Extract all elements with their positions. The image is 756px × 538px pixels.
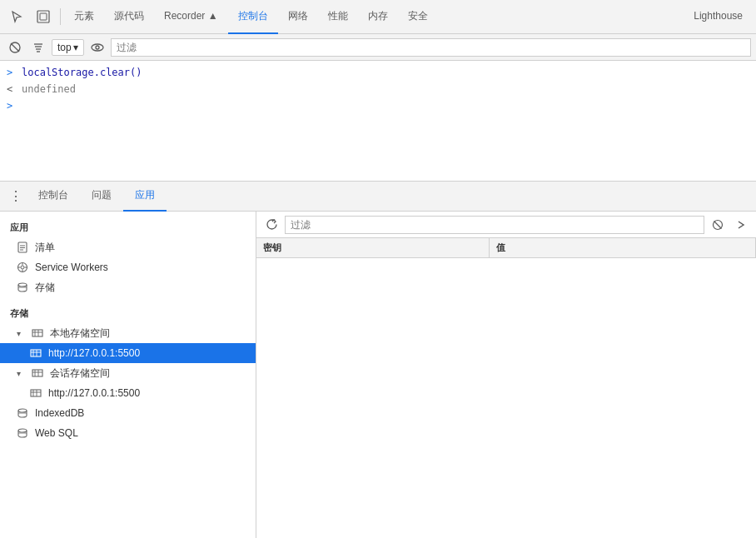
clear-right-button[interactable] xyxy=(708,215,728,235)
svg-line-3 xyxy=(11,43,19,52)
sidebar-item-service-workers[interactable]: Service Workers xyxy=(0,257,256,277)
right-panel-toolbar xyxy=(256,212,756,238)
tab-network[interactable]: 网络 xyxy=(278,0,318,34)
more-options-icon[interactable]: ⋮ xyxy=(3,185,27,208)
console-input-text: localStorage.clear() xyxy=(22,65,142,80)
local-storage-url-label: http://127.0.0.1:5500 xyxy=(48,347,140,359)
tab-performance[interactable]: 性能 xyxy=(318,0,358,34)
more-right-icon[interactable] xyxy=(731,215,751,235)
context-arrow: ▾ xyxy=(73,42,78,53)
right-panel: 密钥 值 xyxy=(256,212,756,538)
cursor-prompt: > xyxy=(7,98,17,113)
tab-issues[interactable]: 问题 xyxy=(80,182,123,212)
filter-icon[interactable] xyxy=(28,37,48,57)
expand-arrow-session: ▾ xyxy=(17,369,27,378)
console-filter-input[interactable] xyxy=(111,38,751,57)
tab-memory[interactable]: 内存 xyxy=(358,0,398,34)
output-prompt: < xyxy=(7,82,17,97)
local-storage-label: 本地存储空间 xyxy=(50,326,110,341)
local-storage-url-icon xyxy=(30,349,43,357)
console-output: > localStorage.clear() < undefined > xyxy=(0,61,756,182)
storage-app-icon xyxy=(17,281,30,293)
sidebar-item-local-storage-url[interactable]: http://127.0.0.1:5500 xyxy=(0,343,256,363)
tab-source[interactable]: 源代码 xyxy=(104,0,154,34)
service-workers-icon xyxy=(17,262,30,273)
manifest-label: 清单 xyxy=(35,241,55,255)
session-storage-url-icon xyxy=(30,389,43,397)
input-prompt: > xyxy=(7,65,17,80)
tab-lighthouse[interactable]: Lighthouse xyxy=(684,0,753,34)
sidebar-item-websql[interactable]: Web SQL xyxy=(0,423,256,443)
right-filter-input[interactable] xyxy=(285,216,704,234)
console-input-line: > localStorage.clear() xyxy=(0,64,756,81)
svg-point-20 xyxy=(18,283,27,286)
tab-console-bottom[interactable]: 控制台 xyxy=(27,182,80,212)
clear-console-button[interactable] xyxy=(5,37,25,57)
console-output-text: undefined xyxy=(22,82,76,97)
storage-app-label: 存储 xyxy=(35,281,55,295)
websql-icon xyxy=(17,427,30,439)
svg-rect-22 xyxy=(32,330,42,336)
expand-arrow-local: ▾ xyxy=(17,329,27,338)
svg-rect-26 xyxy=(31,350,41,356)
bottom-panel: ⋮ 控制台 问题 应用 应用 清单 Service Workers xyxy=(0,182,756,538)
refresh-button[interactable] xyxy=(261,215,281,235)
context-select[interactable]: top ▾ xyxy=(52,39,84,56)
value-column-header: 值 xyxy=(490,238,756,257)
indexeddb-icon xyxy=(17,407,30,419)
app-section-label: 应用 xyxy=(0,218,256,237)
console-toolbar: top ▾ xyxy=(0,34,756,61)
sidebar-item-storage-app[interactable]: 存储 xyxy=(0,277,256,297)
svg-rect-30 xyxy=(32,370,42,376)
svg-point-8 xyxy=(92,44,103,51)
sidebar-item-session-storage-url[interactable]: http://127.0.0.1:5500 xyxy=(0,383,256,403)
sidebar-item-local-storage[interactable]: ▾ 本地存储空间 xyxy=(0,323,256,343)
tab-console[interactable]: 控制台 xyxy=(228,0,278,34)
svg-point-9 xyxy=(96,46,99,49)
manifest-icon xyxy=(17,242,30,253)
sidebar-item-session-storage[interactable]: ▾ 会话存储空间 xyxy=(0,363,256,383)
cursor-icon[interactable] xyxy=(3,3,30,30)
key-column-header: 密钥 xyxy=(256,238,490,257)
svg-rect-34 xyxy=(31,390,41,396)
svg-rect-0 xyxy=(37,11,49,22)
divider xyxy=(60,8,61,25)
tab-application[interactable]: 应用 xyxy=(123,182,167,212)
tab-elements[interactable]: 元素 xyxy=(64,0,104,34)
app-content: 应用 清单 Service Workers 存储 存储 xyxy=(0,212,756,538)
svg-point-38 xyxy=(18,409,27,412)
websql-label: Web SQL xyxy=(35,427,78,439)
left-sidebar: 应用 清单 Service Workers 存储 存储 xyxy=(0,212,256,538)
bottom-tab-bar: ⋮ 控制台 问题 应用 xyxy=(0,182,756,212)
sidebar-item-indexeddb[interactable]: IndexedDB xyxy=(0,403,256,423)
sidebar-item-manifest[interactable]: 清单 xyxy=(0,237,256,257)
indexeddb-label: IndexedDB xyxy=(35,407,84,419)
session-storage-icon xyxy=(32,369,45,377)
svg-point-40 xyxy=(18,429,27,432)
svg-rect-1 xyxy=(40,13,47,20)
service-workers-label: Service Workers xyxy=(35,262,108,273)
table-body xyxy=(256,258,756,538)
top-tab-bar: 元素 源代码 Recorder ▲ 控制台 网络 性能 内存 安全 Lighth… xyxy=(0,0,756,34)
console-output-line: < undefined xyxy=(0,81,756,97)
inspect-icon[interactable] xyxy=(30,3,57,30)
table-header: 密钥 值 xyxy=(256,238,756,258)
tab-security[interactable]: 安全 xyxy=(398,0,438,34)
session-storage-url-label: http://127.0.0.1:5500 xyxy=(48,387,140,399)
local-storage-icon xyxy=(32,329,45,337)
context-label: top xyxy=(57,42,72,53)
tab-recorder[interactable]: Recorder ▲ xyxy=(154,0,228,34)
svg-line-43 xyxy=(714,221,722,228)
session-storage-label: 会话存储空间 xyxy=(50,366,110,381)
svg-point-15 xyxy=(21,266,24,269)
storage-section-label: 存储 xyxy=(0,304,256,323)
console-cursor-line: > xyxy=(0,97,756,114)
eye-icon[interactable] xyxy=(87,37,107,57)
